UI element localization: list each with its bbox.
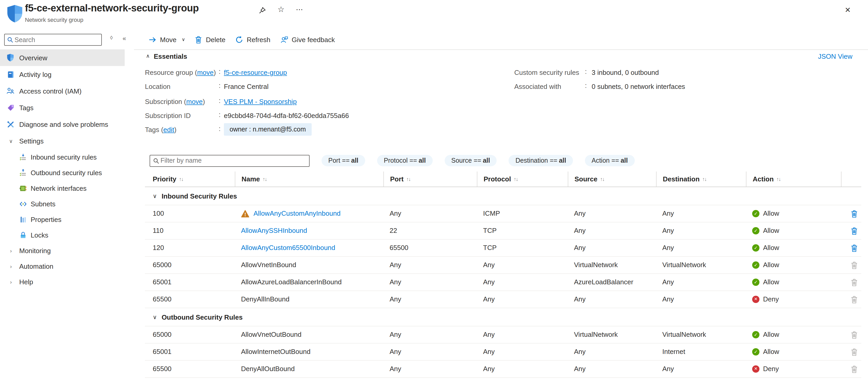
chevron-down-icon[interactable]: ∨ xyxy=(153,193,157,199)
action-label: Allow xyxy=(763,326,779,343)
rule-port: Any xyxy=(383,274,477,291)
resource-group-move-link[interactable]: move xyxy=(197,68,214,77)
page-header: f5-ce-external-network-security-group Ne… xyxy=(0,0,868,30)
delete-rule-icon-disabled xyxy=(851,278,858,286)
filter-pill-source[interactable]: Source ==all xyxy=(445,155,497,166)
chevron-down-icon[interactable]: ∨ xyxy=(153,314,157,320)
sidebar-group-settings[interactable]: ∨ Settings xyxy=(0,133,125,149)
inbound-rules-icon xyxy=(19,153,27,161)
rule-name: DenyAllOutBound xyxy=(241,361,295,377)
column-header-protocol[interactable]: Protocol xyxy=(477,172,568,186)
associated-with-value: 0 subnets, 0 network interfaces xyxy=(592,82,685,92)
give-feedback-button[interactable]: Give feedback xyxy=(280,36,335,43)
column-header-destination[interactable]: Destination xyxy=(656,172,746,186)
menu-expander-icon[interactable]: ◊ xyxy=(110,35,113,40)
sidebar-item-diagnose[interactable]: Diagnose and solve problems xyxy=(0,116,125,133)
sidebar-item-access-control[interactable]: Access control (IAM) xyxy=(0,83,125,99)
rule-source: AzureLoadBalancer xyxy=(568,274,656,291)
filter-pill-action[interactable]: Action ==all xyxy=(585,155,634,166)
filter-pill-port[interactable]: Port ==all xyxy=(321,155,365,166)
sidebar-item-tags[interactable]: Tags xyxy=(0,99,125,116)
sidebar-item-inbound-rules[interactable]: Inbound security rules xyxy=(0,149,125,165)
sidebar-item-properties[interactable]: Properties xyxy=(0,211,125,227)
sidebar-group-label: Settings xyxy=(19,137,43,145)
rule-action-cell: Allow xyxy=(746,240,841,256)
rule-delete-cell xyxy=(841,326,861,343)
sidebar-item-label: Overview xyxy=(19,54,47,62)
collapse-essentials-icon[interactable]: ∧ xyxy=(146,53,150,59)
rule-name-link[interactable]: AllowAnyCustom65500Inbound xyxy=(241,240,335,256)
sidebar-group-monitoring[interactable]: › Monitoring xyxy=(0,243,125,258)
json-view-link[interactable]: JSON View xyxy=(818,53,852,60)
associated-with-label: Associated with xyxy=(514,82,561,92)
page-title: f5-ce-external-network-security-group xyxy=(25,3,199,14)
warning-icon xyxy=(241,210,249,217)
column-header-source[interactable]: Source xyxy=(568,172,656,186)
delete-rule-icon[interactable] xyxy=(851,244,858,252)
column-header-name[interactable]: Name xyxy=(235,172,383,186)
filter-by-name-box[interactable] xyxy=(150,155,310,167)
essentials-title[interactable]: Essentials xyxy=(154,53,187,60)
chevron-right-icon: › xyxy=(8,279,14,285)
rule-destination: Any xyxy=(656,361,746,377)
rule-protocol: Any xyxy=(477,344,568,360)
rule-port: Any xyxy=(383,344,477,360)
more-options-icon[interactable]: ⋯ xyxy=(294,4,305,15)
location-label: Location xyxy=(145,82,170,92)
rule-destination: Any xyxy=(656,291,746,308)
resource-group-label-close: ) xyxy=(214,68,216,77)
rule-destination: Any xyxy=(656,240,746,256)
sidebar-item-network-interfaces[interactable]: Network interfaces xyxy=(0,180,125,196)
colon: : xyxy=(219,82,220,89)
command-bar: Move ∨ Delete Refresh Give feedback xyxy=(134,30,868,50)
filter-by-name-input[interactable] xyxy=(159,156,307,165)
sidebar-group-automation[interactable]: › Automation xyxy=(0,258,125,274)
rule-port: 65500 xyxy=(383,240,477,256)
tags-edit-link[interactable]: edit xyxy=(163,126,174,134)
sidebar-item-label: Properties xyxy=(31,215,62,223)
column-header-action[interactable]: Action xyxy=(746,172,841,186)
resource-group-value-link[interactable]: f5-ce-resource-group xyxy=(224,67,287,78)
tag-badge[interactable]: owner : n.menant@f5.com xyxy=(224,123,312,136)
rule-port: Any xyxy=(383,291,477,308)
menu-search-input[interactable] xyxy=(13,36,99,44)
subscription-value-link[interactable]: VES PLM - Sponsorship xyxy=(224,97,297,107)
delete-button[interactable]: Delete xyxy=(195,36,225,43)
sidebar-item-overview[interactable]: Overview xyxy=(0,49,125,66)
rule-name-cell: DenyAllInBound xyxy=(235,291,383,308)
subscription-move-link[interactable]: move xyxy=(186,98,203,106)
section-title: Inbound Security Rules xyxy=(161,192,237,200)
sidebar-item-subnets[interactable]: Subnets xyxy=(0,196,125,211)
rule-name-link[interactable]: AllowAnySSHInbound xyxy=(241,223,307,239)
favorite-star-icon[interactable]: ☆ xyxy=(275,4,287,15)
sidebar-group-help[interactable]: › Help xyxy=(0,274,125,290)
collapse-menu-icon[interactable]: « xyxy=(123,35,126,42)
sidebar-item-activity-log[interactable]: Activity log xyxy=(0,66,125,83)
rule-name-link[interactable]: AllowAnyCustomAnyInbound xyxy=(253,205,341,222)
rule-destination: Any xyxy=(656,223,746,239)
resource-menu: ◊ « Overview Activity log Access control… xyxy=(0,30,134,382)
rule-name: AllowInternetOutBound xyxy=(241,344,310,360)
nsg-shield-icon xyxy=(6,4,24,23)
filter-pill-destination[interactable]: Destination ==all xyxy=(509,155,573,166)
column-header-port[interactable]: Port xyxy=(383,172,477,186)
tags-label-close: ) xyxy=(174,126,177,134)
sidebar-item-locks[interactable]: Locks xyxy=(0,227,125,243)
nsg-overview-page: f5-ce-external-network-security-group Ne… xyxy=(0,0,868,382)
allow-check-icon xyxy=(752,348,760,355)
close-icon[interactable]: ✕ xyxy=(842,4,854,16)
rule-name-cell: AllowAnyCustom65500Inbound xyxy=(235,240,383,256)
filter-pill-protocol[interactable]: Protocol ==all xyxy=(377,155,433,166)
pin-icon[interactable] xyxy=(257,5,268,16)
rule-row: 100 AllowAnyCustomAnyInbound Any ICMP An… xyxy=(145,205,861,223)
menu-search-box[interactable] xyxy=(4,34,102,46)
rule-source: VirtualNetwork xyxy=(568,257,656,273)
rule-port: Any xyxy=(383,361,477,377)
move-button[interactable]: Move ∨ xyxy=(149,36,185,43)
column-header-priority[interactable]: Priority xyxy=(145,172,235,186)
delete-rule-icon[interactable] xyxy=(851,210,858,217)
sidebar-item-outbound-rules[interactable]: Outbound security rules xyxy=(0,165,125,180)
refresh-button[interactable]: Refresh xyxy=(235,36,270,43)
rule-priority: 65000 xyxy=(145,326,235,343)
delete-rule-icon[interactable] xyxy=(851,227,858,235)
